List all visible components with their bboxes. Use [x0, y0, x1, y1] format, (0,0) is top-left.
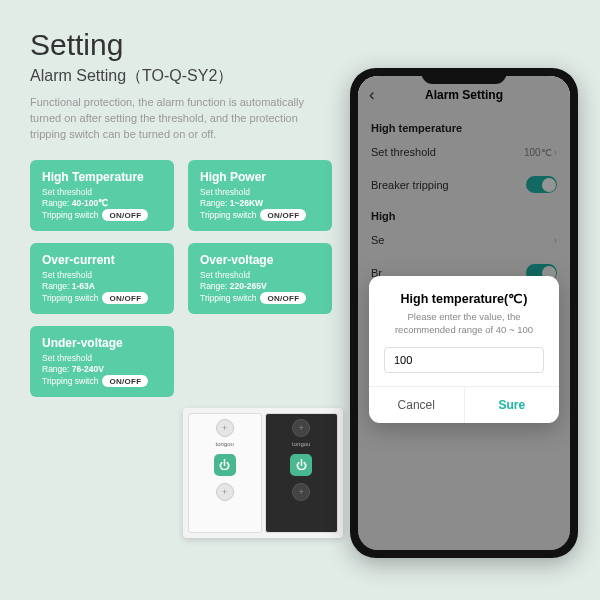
feature-cards: High Temperature Set threshold Range: 40…: [30, 160, 332, 397]
card-high-power: High Power Set threshold Range: 1~26KW T…: [188, 160, 332, 231]
card-range: Range: 40-100℃: [42, 198, 162, 208]
power-icon: ⏻: [214, 454, 236, 476]
phone-screen: ‹ Alarm Setting High temperature Set thr…: [358, 76, 570, 550]
device-module-light: + tongou ⏻ +: [188, 413, 262, 533]
card-title: High Temperature: [42, 170, 162, 184]
card-tripping: Tripping switchON/OFF: [42, 209, 162, 221]
dialog-title: High temperature(℃): [384, 291, 544, 306]
screw-icon: +: [216, 419, 234, 437]
phone-mockup: ‹ Alarm Setting High temperature Set thr…: [350, 68, 578, 558]
card-high-temperature: High Temperature Set threshold Range: 40…: [30, 160, 174, 231]
onoff-pill: ON/OFF: [102, 209, 148, 221]
card-over-current: Over-current Set threshold Range: 1-63A …: [30, 243, 174, 314]
page-title: Setting: [30, 28, 600, 62]
device-photo: + tongou ⏻ + + tongou ⏻ +: [183, 408, 343, 538]
dialog-high-temperature: High temperature(℃) Please enter the val…: [369, 276, 559, 423]
card-set-threshold: Set threshold: [42, 187, 162, 197]
dialog-input[interactable]: [384, 347, 544, 373]
sure-button[interactable]: Sure: [465, 387, 560, 423]
dialog-message: Please enter the value, the recommended …: [384, 311, 544, 337]
page-description: Functional protection, the alarm functio…: [30, 95, 330, 143]
card-title: High Power: [200, 170, 320, 184]
device-module-dark: + tongou ⏻ +: [265, 413, 339, 533]
card-under-voltage: Under-voltage Set threshold Range: 76-24…: [30, 326, 174, 397]
phone-notch: [422, 68, 507, 84]
card-over-voltage: Over-voltage Set threshold Range: 220-26…: [188, 243, 332, 314]
cancel-button[interactable]: Cancel: [369, 387, 465, 423]
